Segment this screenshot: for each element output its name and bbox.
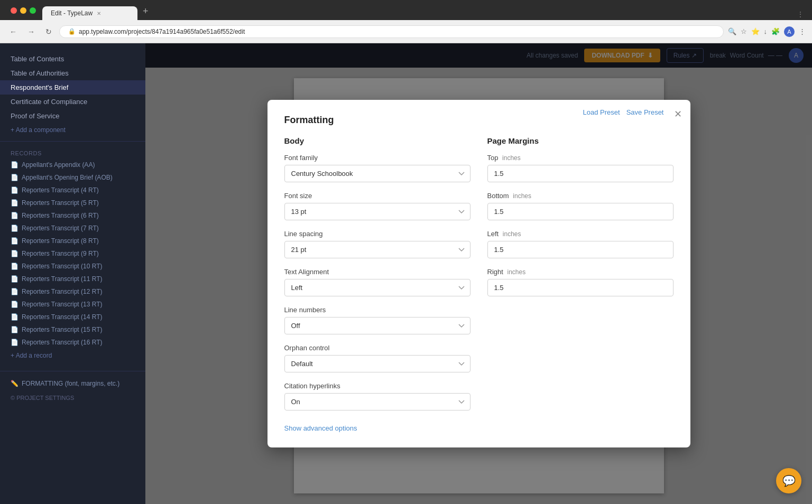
forward-btn[interactable]: → — [24, 25, 38, 38]
window-minimize[interactable] — [20, 7, 26, 14]
orphan-control-label: Orphan control — [284, 344, 470, 352]
text-alignment-label: Text Alignment — [284, 268, 470, 276]
sidebar-item-service[interactable]: Proof of Service — [0, 109, 145, 123]
load-preset-btn[interactable]: Load Preset — [583, 108, 620, 116]
show-advanced-btn[interactable]: Show advanced options — [284, 424, 357, 432]
sidebar-nav: Table of Contents Table of Authorities R… — [0, 52, 145, 137]
body-section: Body Font family Century Schoolbook Time… — [284, 136, 470, 433]
save-preset-btn[interactable]: Save Preset — [626, 108, 664, 116]
record-item[interactable]: 📄Reporters Transcript (15 RT) — [0, 323, 145, 336]
search-icon[interactable]: 🔍 — [728, 27, 736, 35]
main-content: All changes saved DOWNLOAD PDF ⬇ Rules ↗… — [145, 43, 812, 504]
extension-icon[interactable]: 🧩 — [771, 27, 780, 35]
url-field[interactable]: 🔒 app.typelaw.com/projects/847a1914a965f… — [59, 25, 724, 38]
modal-overlay: Formatting Load Preset Save Preset ✕ Bod… — [145, 43, 812, 504]
modal-close-btn[interactable]: ✕ — [674, 108, 682, 120]
margins-section: Page Margins Top inches Bottom inch — [487, 136, 673, 433]
left-inches-label: Left inches — [487, 230, 673, 238]
new-tab-btn[interactable]: + — [140, 3, 152, 20]
pencil-icon: ✏️ — [11, 380, 19, 387]
orphan-control-select[interactable]: Default On Off — [284, 355, 470, 372]
right-inches-label: Right inches — [487, 268, 673, 276]
more-icon[interactable]: ⋮ — [799, 27, 806, 35]
add-component-btn[interactable]: + Add a component — [0, 123, 145, 137]
record-item[interactable]: 📄Reporters Transcript (6 RT) — [0, 209, 145, 222]
star-icon[interactable]: ⭐ — [751, 27, 760, 35]
bottom-inches-input[interactable] — [487, 203, 673, 220]
active-tab[interactable]: Edit - TypeLaw ✕ — [42, 6, 137, 20]
record-item[interactable]: 📄Appellant's Appendix (AA) — [0, 158, 145, 171]
record-item[interactable]: 📄Reporters Transcript (8 RT) — [0, 235, 145, 247]
font-family-field: Font family Century Schoolbook Times New… — [284, 154, 470, 182]
sidebar-item-brief[interactable]: Respondent's Brief — [0, 80, 145, 95]
sidebar-item-toa[interactable]: Table of Authorities — [0, 66, 145, 80]
add-record-btn[interactable]: + Add a record — [0, 349, 145, 362]
text-alignment-select[interactable]: Left Justified Right Center — [284, 279, 470, 296]
url-text: app.typelaw.com/projects/847a1914a965fa0… — [79, 28, 245, 35]
record-item[interactable]: 📄Reporters Transcript (16 RT) — [0, 336, 145, 349]
download-icon[interactable]: ↓ — [764, 27, 768, 35]
text-alignment-field: Text Alignment Left Justified Right Cent… — [284, 268, 470, 296]
top-inches-field: Top inches — [487, 154, 673, 182]
margins-section-title: Page Margins — [487, 136, 673, 145]
right-inches-input[interactable] — [487, 279, 673, 296]
left-inches-input[interactable] — [487, 241, 673, 258]
record-item[interactable]: 📄Reporters Transcript (13 RT) — [0, 298, 145, 311]
citation-hyperlinks-field: Citation hyperlinks On Off — [284, 382, 470, 410]
chat-icon: 💬 — [782, 474, 796, 487]
orphan-control-field: Orphan control Default On Off — [284, 344, 470, 372]
bottom-inches-field: Bottom inches — [487, 192, 673, 220]
line-spacing-label: Line spacing — [284, 230, 470, 238]
record-item[interactable]: 📄Reporters Transcript (10 RT) — [0, 260, 145, 273]
font-size-select[interactable]: 10 pt 11 pt 12 pt 13 pt 14 pt — [284, 203, 470, 220]
record-item[interactable]: 📄Reporters Transcript (14 RT) — [0, 311, 145, 323]
browser-toolbar: 🔍 ☆ ⭐ ↓ 🧩 A ⋮ — [728, 26, 806, 37]
window-close[interactable] — [11, 7, 17, 14]
body-section-title: Body — [284, 136, 470, 145]
line-numbers-label: Line numbers — [284, 306, 470, 314]
sidebar: Table of Contents Table of Authorities R… — [0, 43, 145, 504]
form-columns: Body Font family Century Schoolbook Time… — [284, 136, 673, 433]
citation-hyperlinks-label: Citation hyperlinks — [284, 382, 470, 390]
back-btn[interactable]: ← — [6, 25, 20, 38]
formatting-link[interactable]: ✏️ FORMATTING (font, margins, etc.) — [0, 376, 145, 391]
record-item[interactable]: 📄Reporters Transcript (4 RT) — [0, 184, 145, 197]
record-item[interactable]: 📄Reporters Transcript (12 RT) — [0, 285, 145, 298]
bookmark-icon[interactable]: ☆ — [741, 27, 747, 35]
chat-bubble-btn[interactable]: 💬 — [776, 468, 801, 493]
record-item[interactable]: 📄Reporters Transcript (9 RT) — [0, 247, 145, 260]
line-spacing-field: Line spacing 16 pt 18 pt 21 pt 24 pt — [284, 230, 470, 258]
window-maximize[interactable] — [30, 7, 36, 14]
record-item[interactable]: 📄Reporters Transcript (11 RT) — [0, 273, 145, 285]
record-item[interactable]: 📄Reporters Transcript (5 RT) — [0, 197, 145, 209]
right-inches-field: Right inches — [487, 268, 673, 296]
line-numbers-select[interactable]: Off On — [284, 317, 470, 334]
reload-btn[interactable]: ↻ — [42, 25, 55, 38]
left-inches-field: Left inches — [487, 230, 673, 258]
citation-hyperlinks-select[interactable]: On Off — [284, 393, 470, 410]
records-label: RECORDS — [0, 146, 145, 158]
records-list: 📄Appellant's Appendix (AA) 📄Appellant's … — [0, 158, 145, 349]
font-size-field: Font size 10 pt 11 pt 12 pt 13 pt 14 pt — [284, 192, 470, 220]
font-size-label: Font size — [284, 192, 470, 200]
modal-title: Formatting — [284, 115, 673, 126]
line-spacing-select[interactable]: 16 pt 18 pt 21 pt 24 pt — [284, 241, 470, 258]
font-family-select[interactable]: Century Schoolbook Times New Roman Arial… — [284, 165, 470, 182]
sidebar-item-toc[interactable]: Table of Contents — [0, 52, 145, 66]
sidebar-item-compliance[interactable]: Certificate of Compliance — [0, 95, 145, 109]
tab-close-btn[interactable]: ✕ — [97, 11, 101, 16]
profile-icon[interactable]: A — [784, 26, 795, 37]
record-item[interactable]: 📄Appellant's Opening Brief (AOB) — [0, 171, 145, 184]
formatting-modal: Formatting Load Preset Save Preset ✕ Bod… — [267, 100, 690, 447]
project-settings-link[interactable]: © PROJECT SETTINGS — [0, 391, 145, 404]
address-bar: ← → ↻ 🔒 app.typelaw.com/projects/847a191… — [0, 20, 812, 43]
browser-menu[interactable]: ⋮ — [793, 8, 808, 20]
modal-actions: Load Preset Save Preset — [583, 108, 664, 116]
font-family-label: Font family — [284, 154, 470, 162]
tab-title: Edit - TypeLaw — [51, 10, 93, 17]
bottom-inches-label: Bottom inches — [487, 192, 673, 200]
line-numbers-field: Line numbers Off On — [284, 306, 470, 334]
top-inches-label: Top inches — [487, 154, 673, 162]
record-item[interactable]: 📄Reporters Transcript (7 RT) — [0, 222, 145, 235]
top-inches-input[interactable] — [487, 165, 673, 182]
